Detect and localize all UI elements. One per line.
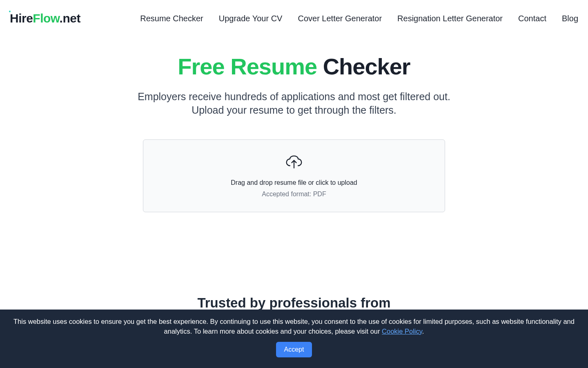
cookie-text: This website uses cookies to ensure you …: [7, 317, 581, 336]
cookie-message-end: .: [422, 328, 424, 335]
nav-upgrade-cv[interactable]: Upgrade Your CV: [219, 14, 283, 23]
hero-subtitle-line2: Upload your resume to get through the fi…: [192, 104, 396, 116]
upload-container: Drag and drop resume file or click to up…: [143, 139, 445, 212]
header: HireFlow.net Resume Checker Upgrade Your…: [0, 0, 588, 37]
upload-dropzone[interactable]: Drag and drop resume file or click to up…: [143, 139, 445, 212]
hero-subtitle: Employers receive hundreds of applicatio…: [16, 90, 572, 118]
cookie-banner: This website uses cookies to ensure you …: [0, 310, 588, 368]
cookie-accept-button[interactable]: Accept: [276, 342, 312, 357]
nav-cover-letter-generator[interactable]: Cover Letter Generator: [298, 14, 382, 23]
cookie-message: This website uses cookies to ensure you …: [13, 318, 575, 334]
nav-resume-checker[interactable]: Resume Checker: [140, 14, 203, 23]
hero-title-highlight: Free Resume: [178, 54, 317, 79]
nav-resignation-letter-generator[interactable]: Resignation Letter Generator: [397, 14, 503, 23]
logo-part-net: .net: [60, 11, 80, 25]
logo-part-hire: Hire: [10, 11, 33, 25]
upload-instruction: Drag and drop resume file or click to up…: [151, 179, 437, 186]
nav-blog[interactable]: Blog: [562, 14, 578, 23]
trusted-section: Trusted by professionals from: [0, 295, 588, 311]
cloud-upload-icon: [285, 155, 303, 170]
upload-format-hint: Accepted format: PDF: [151, 191, 437, 198]
hero-title: Free Resume Checker: [16, 54, 572, 79]
hero-title-rest: Checker: [317, 54, 410, 79]
nav-contact[interactable]: Contact: [518, 14, 546, 23]
hero-subtitle-line1: Employers receive hundreds of applicatio…: [138, 91, 450, 102]
logo[interactable]: HireFlow.net: [10, 11, 80, 25]
logo-part-flow: Flow: [33, 11, 59, 25]
hero-section: Free Resume Checker Employers receive hu…: [0, 54, 588, 212]
main-nav: Resume Checker Upgrade Your CV Cover Let…: [140, 14, 578, 23]
trusted-title: Trusted by professionals from: [0, 295, 588, 311]
cookie-policy-link[interactable]: Cookie Policy: [382, 328, 422, 335]
